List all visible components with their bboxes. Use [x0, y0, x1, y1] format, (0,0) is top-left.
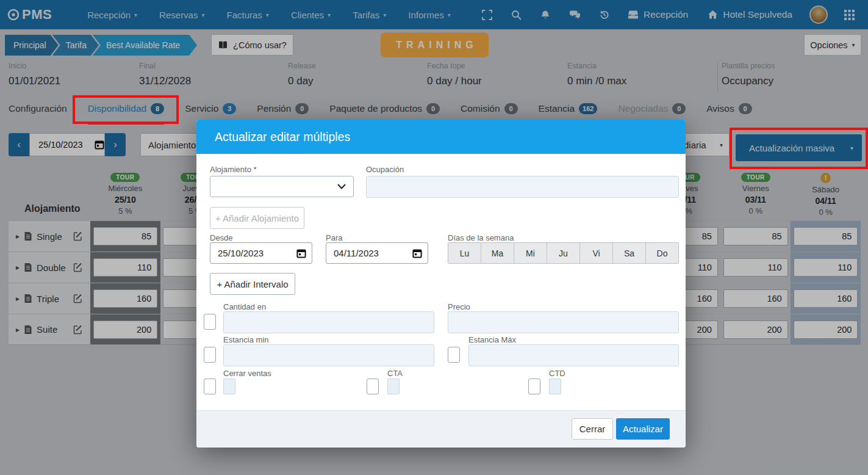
desde-date-input[interactable]: 25/10/2023	[210, 242, 312, 264]
calendar-icon[interactable]	[296, 248, 306, 258]
modal-title: Actualizar editar múltiples	[215, 130, 350, 144]
modal-footer: Cerrar Actualizar	[196, 410, 686, 448]
weekday-lu[interactable]: Lu	[448, 243, 481, 263]
ctd-value-box	[549, 379, 561, 394]
cantidad-label: Cantidad en	[223, 302, 266, 311]
weekday-vi[interactable]: Vi	[580, 243, 613, 263]
weekday-sa[interactable]: Sa	[613, 243, 646, 263]
actualizar-button[interactable]: Actualizar	[616, 418, 670, 440]
ocupacion-input	[366, 176, 679, 198]
para-date-input[interactable]: 04/11/2023	[326, 242, 428, 264]
cta-label: CTA	[387, 369, 403, 378]
estancia-min-input	[223, 344, 434, 366]
estancia-max-input	[468, 344, 679, 366]
para-label: Para	[326, 233, 342, 242]
weekday-button-group: LuMaMiJuViSaDo	[448, 242, 679, 264]
desde-value: 25/10/2023	[218, 248, 264, 258]
cerrar-ventas-value-box	[223, 379, 235, 394]
modal-header: Actualizar editar múltiples	[196, 120, 686, 154]
cerrar-ventas-checkbox[interactable]	[204, 379, 216, 394]
ctd-label: CTD	[549, 369, 565, 378]
ctd-checkbox[interactable]	[528, 379, 540, 394]
ocupacion-label: Ocupación	[366, 165, 404, 174]
cerrar-ventas-label: Cerrar ventas	[223, 369, 271, 378]
cerrar-button[interactable]: Cerrar	[572, 418, 613, 440]
desde-label: Desde	[210, 233, 233, 242]
calendar-icon[interactable]	[412, 248, 422, 258]
weekdays-label: Días de la semana	[448, 233, 514, 242]
cantidad-input	[223, 311, 434, 333]
precio-input	[448, 311, 679, 333]
weekday-do[interactable]: Do	[646, 243, 678, 263]
weekday-ju[interactable]: Ju	[547, 243, 580, 263]
mass-update-modal: Actualizar editar múltiples Alojamiento …	[196, 120, 686, 448]
alojamiento-select[interactable]	[210, 176, 354, 197]
estancia-min-checkbox[interactable]	[204, 347, 216, 363]
cantidad-checkbox[interactable]	[204, 314, 216, 330]
chevron-down-icon	[337, 184, 346, 189]
estancia-max-checkbox[interactable]	[448, 347, 460, 363]
para-value: 04/11/2023	[334, 248, 379, 258]
precio-label: Precio	[448, 302, 470, 311]
add-interval-button[interactable]: + Añadir Intervalo	[210, 273, 295, 295]
weekday-ma[interactable]: Ma	[481, 243, 514, 263]
cta-checkbox[interactable]	[367, 379, 379, 394]
estancia-min-label: Estancia min	[223, 335, 268, 344]
app-window: PMS Recepción▾Reservas▾Facturas▾Clientes…	[0, 0, 868, 475]
add-room-button[interactable]: + Añadir Alojamiento	[210, 207, 304, 229]
alojamiento-label: Alojamiento *	[210, 165, 257, 174]
weekday-mi[interactable]: Mi	[514, 243, 547, 263]
cta-value-box	[387, 379, 400, 394]
estancia-max-label: Estancia Máx	[468, 335, 516, 344]
